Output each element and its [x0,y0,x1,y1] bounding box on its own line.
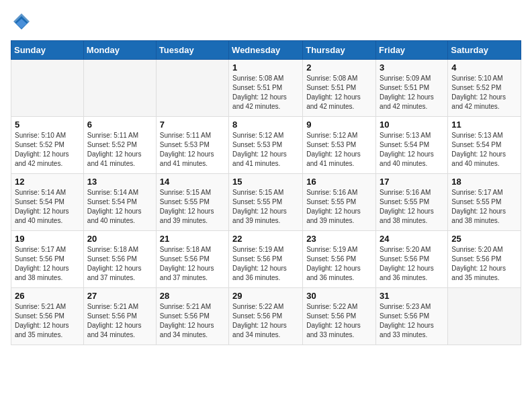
day-info: Sunrise: 5:21 AM Sunset: 5:56 PM Dayligh… [15,302,80,340]
week-row-2: 5Sunrise: 5:10 AM Sunset: 5:52 PM Daylig… [11,117,521,174]
day-number: 28 [160,291,225,301]
day-number: 21 [160,234,225,244]
calendar-cell: 22Sunrise: 5:19 AM Sunset: 5:56 PM Dayli… [229,231,303,288]
day-number: 19 [15,234,80,244]
calendar-cell: 1Sunrise: 5:08 AM Sunset: 5:51 PM Daylig… [229,60,303,117]
calendar-cell: 25Sunrise: 5:20 AM Sunset: 5:56 PM Dayli… [448,231,521,288]
header-wednesday: Wednesday [229,41,303,60]
header-tuesday: Tuesday [156,41,228,60]
day-info: Sunrise: 5:11 AM Sunset: 5:53 PM Dayligh… [160,131,225,169]
day-info: Sunrise: 5:12 AM Sunset: 5:53 PM Dayligh… [232,131,299,169]
calendar-cell: 31Sunrise: 5:23 AM Sunset: 5:56 PM Dayli… [376,288,448,345]
day-info: Sunrise: 5:22 AM Sunset: 5:56 PM Dayligh… [232,302,299,340]
calendar-table: SundayMondayTuesdayWednesdayThursdayFrid… [11,40,521,345]
day-info: Sunrise: 5:21 AM Sunset: 5:56 PM Dayligh… [160,302,225,340]
day-info: Sunrise: 5:16 AM Sunset: 5:55 PM Dayligh… [380,188,444,226]
calendar-cell: 3Sunrise: 5:09 AM Sunset: 5:51 PM Daylig… [376,60,448,117]
logo [11,11,35,32]
day-number: 18 [451,177,517,187]
week-row-1: 1Sunrise: 5:08 AM Sunset: 5:51 PM Daylig… [11,60,521,117]
calendar-cell: 17Sunrise: 5:16 AM Sunset: 5:55 PM Dayli… [376,174,448,231]
calendar-cell: 9Sunrise: 5:12 AM Sunset: 5:53 PM Daylig… [303,117,376,174]
day-number: 15 [232,177,299,187]
day-number: 22 [232,234,299,244]
day-info: Sunrise: 5:16 AM Sunset: 5:55 PM Dayligh… [306,188,372,226]
day-number: 24 [380,234,444,244]
calendar-cell: 6Sunrise: 5:11 AM Sunset: 5:52 PM Daylig… [83,117,156,174]
week-row-3: 12Sunrise: 5:14 AM Sunset: 5:54 PM Dayli… [11,174,521,231]
day-info: Sunrise: 5:22 AM Sunset: 5:56 PM Dayligh… [306,302,372,340]
day-info: Sunrise: 5:09 AM Sunset: 5:51 PM Dayligh… [380,74,444,111]
day-info: Sunrise: 5:19 AM Sunset: 5:56 PM Dayligh… [306,245,372,283]
header-friday: Friday [376,41,448,60]
day-number: 17 [380,177,444,187]
calendar-cell: 23Sunrise: 5:19 AM Sunset: 5:56 PM Dayli… [303,231,376,288]
day-number: 30 [306,291,372,301]
calendar-cell: 29Sunrise: 5:22 AM Sunset: 5:56 PM Dayli… [229,288,303,345]
calendar-cell [83,60,156,117]
day-info: Sunrise: 5:08 AM Sunset: 5:51 PM Dayligh… [306,74,372,111]
day-number: 6 [87,120,152,130]
calendar-cell: 14Sunrise: 5:15 AM Sunset: 5:55 PM Dayli… [156,174,228,231]
day-number: 25 [451,234,517,244]
calendar-cell: 26Sunrise: 5:21 AM Sunset: 5:56 PM Dayli… [11,288,84,345]
day-number: 11 [451,120,517,130]
day-info: Sunrise: 5:13 AM Sunset: 5:54 PM Dayligh… [451,131,517,169]
week-row-4: 19Sunrise: 5:17 AM Sunset: 5:56 PM Dayli… [11,231,521,288]
calendar-header-row: SundayMondayTuesdayWednesdayThursdayFrid… [11,41,521,60]
day-info: Sunrise: 5:11 AM Sunset: 5:52 PM Dayligh… [87,131,152,169]
day-info: Sunrise: 5:08 AM Sunset: 5:51 PM Dayligh… [232,74,299,111]
week-row-5: 26Sunrise: 5:21 AM Sunset: 5:56 PM Dayli… [11,288,521,345]
day-number: 23 [306,234,372,244]
day-number: 1 [232,62,299,73]
page-header [11,11,521,32]
header-sunday: Sunday [11,41,84,60]
day-number: 2 [306,62,372,73]
header-monday: Monday [83,41,156,60]
day-number: 3 [380,62,444,73]
day-info: Sunrise: 5:10 AM Sunset: 5:52 PM Dayligh… [451,74,517,111]
day-info: Sunrise: 5:12 AM Sunset: 5:53 PM Dayligh… [306,131,372,169]
day-number: 13 [87,177,152,187]
calendar-cell: 10Sunrise: 5:13 AM Sunset: 5:54 PM Dayli… [376,117,448,174]
day-info: Sunrise: 5:14 AM Sunset: 5:54 PM Dayligh… [87,188,152,226]
day-info: Sunrise: 5:23 AM Sunset: 5:56 PM Dayligh… [380,302,444,340]
day-info: Sunrise: 5:15 AM Sunset: 5:55 PM Dayligh… [232,188,299,226]
day-info: Sunrise: 5:18 AM Sunset: 5:56 PM Dayligh… [87,245,152,283]
day-info: Sunrise: 5:15 AM Sunset: 5:55 PM Dayligh… [160,188,225,226]
day-number: 4 [451,62,517,73]
day-info: Sunrise: 5:19 AM Sunset: 5:56 PM Dayligh… [232,245,299,283]
calendar-cell: 4Sunrise: 5:10 AM Sunset: 5:52 PM Daylig… [448,60,521,117]
calendar-cell: 21Sunrise: 5:18 AM Sunset: 5:56 PM Dayli… [156,231,228,288]
day-info: Sunrise: 5:10 AM Sunset: 5:52 PM Dayligh… [15,131,80,169]
day-info: Sunrise: 5:14 AM Sunset: 5:54 PM Dayligh… [15,188,80,226]
calendar-cell: 13Sunrise: 5:14 AM Sunset: 5:54 PM Dayli… [83,174,156,231]
calendar-cell: 20Sunrise: 5:18 AM Sunset: 5:56 PM Dayli… [83,231,156,288]
day-info: Sunrise: 5:17 AM Sunset: 5:56 PM Dayligh… [15,245,80,283]
day-number: 14 [160,177,225,187]
day-number: 7 [160,120,225,130]
day-number: 26 [15,291,80,301]
header-thursday: Thursday [303,41,376,60]
day-number: 5 [15,120,80,130]
day-info: Sunrise: 5:13 AM Sunset: 5:54 PM Dayligh… [380,131,444,169]
day-number: 8 [232,120,299,130]
day-info: Sunrise: 5:20 AM Sunset: 5:56 PM Dayligh… [451,245,517,283]
day-number: 20 [87,234,152,244]
calendar-cell: 30Sunrise: 5:22 AM Sunset: 5:56 PM Dayli… [303,288,376,345]
calendar-cell: 12Sunrise: 5:14 AM Sunset: 5:54 PM Dayli… [11,174,84,231]
day-number: 9 [306,120,372,130]
calendar-cell: 5Sunrise: 5:10 AM Sunset: 5:52 PM Daylig… [11,117,84,174]
calendar-cell: 27Sunrise: 5:21 AM Sunset: 5:56 PM Dayli… [83,288,156,345]
calendar-cell: 15Sunrise: 5:15 AM Sunset: 5:55 PM Dayli… [229,174,303,231]
calendar-cell [11,60,84,117]
day-info: Sunrise: 5:21 AM Sunset: 5:56 PM Dayligh… [87,302,152,340]
day-info: Sunrise: 5:18 AM Sunset: 5:56 PM Dayligh… [160,245,225,283]
day-number: 29 [232,291,299,301]
calendar-cell: 24Sunrise: 5:20 AM Sunset: 5:56 PM Dayli… [376,231,448,288]
calendar-cell: 7Sunrise: 5:11 AM Sunset: 5:53 PM Daylig… [156,117,228,174]
day-number: 31 [380,291,444,301]
calendar-cell: 8Sunrise: 5:12 AM Sunset: 5:53 PM Daylig… [229,117,303,174]
calendar-cell [156,60,228,117]
calendar-cell: 28Sunrise: 5:21 AM Sunset: 5:56 PM Dayli… [156,288,228,345]
